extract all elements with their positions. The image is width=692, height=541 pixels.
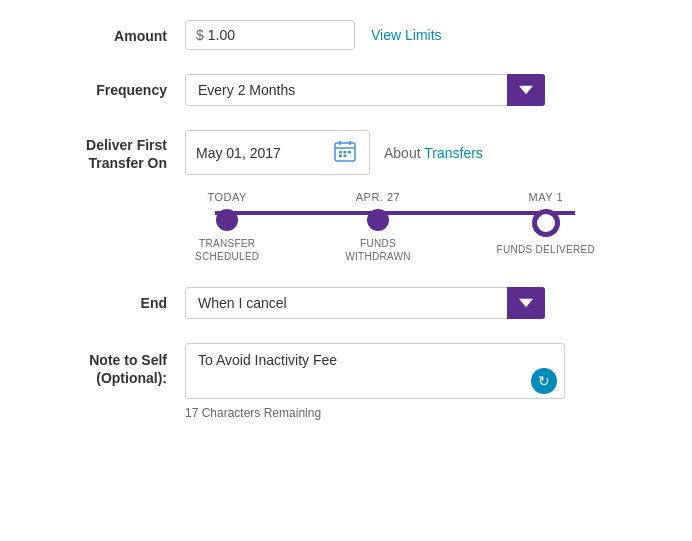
calendar-button[interactable]: [331, 137, 359, 168]
timeline-point-may1: MAY 1 FUNDS DELIVERED: [497, 191, 595, 256]
amount-input-box: $: [185, 20, 355, 50]
end-row: End When I cancel After number of transf…: [30, 287, 662, 319]
end-select-wrap: When I cancel After number of transfers …: [185, 287, 545, 319]
frequency-select[interactable]: Every Month Every 2 Months Every 3 Month…: [185, 74, 545, 106]
timeline-date-may1: MAY 1: [529, 191, 564, 203]
frequency-label: Frequency: [30, 74, 185, 98]
about-transfers-link: About Transfers: [384, 145, 483, 161]
frequency-select-wrap: Every Month Every 2 Months Every 3 Month…: [185, 74, 545, 106]
date-input-wrap: May 01, 2017: [185, 130, 370, 175]
timeline-dot-apr27: [367, 209, 389, 231]
timeline-label-may1: FUNDS DELIVERED: [497, 243, 595, 256]
deliver-control-wrap: May 01, 2017: [185, 130, 662, 263]
deliver-content: May 01, 2017: [185, 130, 605, 263]
amount-label: Amount: [30, 20, 185, 44]
timeline-dot-may1: [532, 209, 560, 237]
timeline-label-today: TRANSFER SCHEDULED: [195, 237, 259, 263]
svg-rect-8: [344, 155, 347, 158]
transfers-link[interactable]: Transfers: [424, 145, 483, 161]
timeline-dot-today: [216, 209, 238, 231]
char-remaining: 17 Characters Remaining: [185, 406, 321, 420]
frequency-control-wrap: Every Month Every 2 Months Every 3 Month…: [185, 74, 662, 106]
amount-control-wrap: $ View Limits: [185, 20, 662, 50]
svg-rect-5: [344, 151, 347, 154]
dollar-sign: $: [196, 27, 204, 43]
svg-rect-7: [339, 155, 342, 158]
note-textarea-wrap: To Avoid Inactivity Fee ↻: [185, 343, 565, 402]
note-textarea[interactable]: To Avoid Inactivity Fee: [185, 343, 565, 399]
amount-input[interactable]: [208, 27, 318, 43]
note-row: Note to Self (Optional): To Avoid Inacti…: [30, 343, 662, 420]
deliver-top: May 01, 2017: [185, 130, 605, 175]
end-select[interactable]: When I cancel After number of transfers …: [185, 287, 545, 319]
refresh-button[interactable]: ↻: [531, 368, 557, 394]
svg-rect-6: [348, 151, 351, 154]
note-label: Note to Self (Optional):: [30, 343, 185, 387]
view-limits-link[interactable]: View Limits: [371, 27, 442, 43]
svg-rect-4: [339, 151, 342, 154]
timeline-point-apr27: APR. 27 FUNDS WITHDRAWN: [345, 191, 411, 263]
frequency-row: Frequency Every Month Every 2 Months Eve…: [30, 74, 662, 106]
timeline-label-apr27: FUNDS WITHDRAWN: [345, 237, 411, 263]
deliver-label: Deliver First Transfer On: [30, 130, 185, 172]
date-text: May 01, 2017: [196, 145, 325, 161]
timeline-date-apr27: APR. 27: [356, 191, 400, 203]
timeline: TODAY TRANSFER SCHEDULED APR. 27 FUNDS W…: [185, 191, 605, 263]
end-label: End: [30, 287, 185, 311]
note-control-wrap: To Avoid Inactivity Fee ↻ 17 Characters …: [185, 343, 662, 420]
end-control-wrap: When I cancel After number of transfers …: [185, 287, 662, 319]
timeline-point-today: TODAY TRANSFER SCHEDULED: [195, 191, 259, 263]
deliver-row: Deliver First Transfer On May 01, 2017: [30, 130, 662, 263]
amount-row: Amount $ View Limits: [30, 20, 662, 50]
timeline-date-today: TODAY: [208, 191, 247, 203]
